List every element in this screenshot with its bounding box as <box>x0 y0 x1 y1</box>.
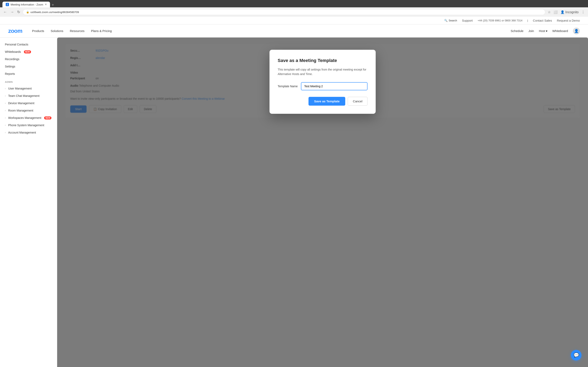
cancel-button[interactable]: Cancel <box>348 97 367 106</box>
chevron-right-icon: › <box>5 87 6 90</box>
host-link[interactable]: Host <box>539 29 545 33</box>
toolbar-icons: ☆ ⬜ 👤 Incognito ⋮ <box>547 9 586 15</box>
page-layout: Personal Contacts Whiteboards NEW Record… <box>0 38 588 367</box>
resources-link[interactable]: Resources <box>70 29 85 33</box>
sidebar-item-device-management[interactable]: › Device Management <box>0 100 57 107</box>
sidebar-item-team-chat[interactable]: › Team Chat Management <box>0 92 57 100</box>
new-badge: NEW <box>44 117 51 119</box>
lock-icon: 🔒 <box>26 11 29 13</box>
address-bar[interactable]: 🔒 us06web.zoom.us/meeting/86384580709 <box>23 9 545 15</box>
search-button[interactable]: 🔍 Search <box>444 19 457 22</box>
schedule-link[interactable]: Schedule <box>511 29 523 33</box>
chevron-right-icon: › <box>5 94 6 97</box>
chevron-right-icon: › <box>5 131 6 134</box>
sidebar-item-whiteboards[interactable]: Whiteboards NEW <box>0 48 57 55</box>
separator: | <box>527 19 528 22</box>
nav-right: Schedule Join Host ▾ Whiteboard 👤 <box>511 27 580 34</box>
chat-icon: 💬 <box>573 352 579 358</box>
sidebar-item-workspaces[interactable]: › Workspaces Management NEW <box>0 114 57 122</box>
main-content: Secu… 93ZGPOu Regis… alendar Add t… Vide… <box>57 38 588 367</box>
sidebar-item-reports[interactable]: Reports <box>0 70 57 77</box>
profile-button[interactable]: 👤 Incognito <box>560 9 579 15</box>
whiteboard-link[interactable]: Whiteboard <box>552 29 568 33</box>
sidebar-item-account-management[interactable]: › Account Management <box>0 129 57 136</box>
sidebar-item-label: Workspaces Management <box>8 116 41 119</box>
request-demo-link[interactable]: Request a Demo <box>557 19 580 22</box>
main-nav: zoom Products Solutions Resources Plans … <box>0 25 588 38</box>
sidebar-item-recordings[interactable]: Recordings <box>0 55 57 63</box>
more-button[interactable]: ⋮ <box>581 9 586 15</box>
search-icon: 🔍 <box>444 19 448 22</box>
sidebar-item-label: Phone System Management <box>8 124 44 127</box>
new-badge: NEW <box>24 50 31 53</box>
browser-tabs: Z Meeting Information - Zoom × + <box>2 2 586 7</box>
plans-pricing-link[interactable]: Plans & Pricing <box>91 29 112 33</box>
template-name-input[interactable] <box>301 82 367 90</box>
contact-sales-link[interactable]: Contact Sales <box>533 19 552 22</box>
sidebar-item-label: Settings <box>5 65 15 68</box>
sidebar-item-label: Reports <box>5 72 15 75</box>
template-name-label: Template Name <box>278 85 298 88</box>
forward-button[interactable]: → <box>9 9 15 15</box>
sidebar: Personal Contacts Whiteboards NEW Record… <box>0 38 57 367</box>
sidebar-item-label: Device Management <box>8 101 34 105</box>
refresh-button[interactable]: ↻ <box>16 9 21 15</box>
back-button[interactable]: ← <box>2 9 8 15</box>
save-template-button[interactable]: Save as Template <box>309 97 346 106</box>
sidebar-item-room-management[interactable]: › Room Management <box>0 107 57 114</box>
modal-overlay: Save as a Meeting Template This template… <box>57 38 588 367</box>
browser-toolbar: ← → ↻ 🔒 us06web.zoom.us/meeting/86384580… <box>0 7 588 17</box>
chevron-right-icon: › <box>5 102 6 105</box>
admin-section-label: ADMIN <box>0 77 57 85</box>
sidebar-item-label: Room Management <box>8 109 33 112</box>
zoom-logo[interactable]: zoom <box>8 28 22 34</box>
active-tab[interactable]: Z Meeting Information - Zoom × <box>2 2 50 7</box>
chevron-right-icon: › <box>5 109 6 112</box>
url-text: us06web.zoom.us/meeting/86384580709 <box>30 11 79 14</box>
chevron-right-icon: › <box>5 117 6 119</box>
extension-button[interactable]: ⬜ <box>553 9 558 15</box>
sidebar-item-label: User Management <box>8 87 32 90</box>
sidebar-item-label: Whiteboards <box>5 50 21 53</box>
browser-chrome: Z Meeting Information - Zoom × + <box>0 0 588 7</box>
new-tab-button[interactable]: + <box>50 3 56 7</box>
sidebar-item-settings[interactable]: Settings <box>0 63 57 70</box>
top-bar: 🔍 Search Support +44 (20) 7039 8961 or 0… <box>0 17 588 25</box>
avatar[interactable]: 👤 <box>573 27 580 34</box>
sidebar-item-label: Account Management <box>8 131 36 134</box>
host-chevron-icon: ▾ <box>546 29 547 33</box>
bookmark-button[interactable]: ☆ <box>547 9 552 15</box>
sidebar-item-user-management[interactable]: › User Management <box>0 85 57 92</box>
host-menu[interactable]: Host ▾ <box>539 29 547 33</box>
sidebar-item-phone-system[interactable]: › Phone System Management <box>0 122 57 129</box>
chat-button[interactable]: 💬 <box>571 350 581 360</box>
join-link[interactable]: Join <box>528 29 534 33</box>
products-link[interactable]: Products <box>32 29 44 33</box>
avatar-icon: 👤 <box>574 29 579 33</box>
phone-number: +44 (20) 7039 8961 or 0800 368 7314 <box>477 19 522 22</box>
tab-close-button[interactable]: × <box>45 3 47 6</box>
solutions-link[interactable]: Solutions <box>51 29 63 33</box>
search-label: Search <box>449 19 457 22</box>
tab-favicon: Z <box>6 3 9 6</box>
sidebar-item-personal-contacts[interactable]: Personal Contacts <box>0 41 57 48</box>
modal-actions: Save as Template Cancel <box>278 97 367 106</box>
save-template-modal: Save as a Meeting Template This template… <box>269 50 376 114</box>
sidebar-item-label: Team Chat Management <box>8 94 39 98</box>
modal-description: This template will copy all settings fro… <box>278 67 367 76</box>
modal-title: Save as a Meeting Template <box>278 58 367 63</box>
sidebar-item-label: Personal Contacts <box>5 43 28 46</box>
support-link[interactable]: Support <box>462 19 473 22</box>
tab-title: Meeting Information - Zoom <box>11 3 43 6</box>
sidebar-item-label: Recordings <box>5 58 19 61</box>
template-name-group: Template Name <box>278 82 367 90</box>
chevron-right-icon: › <box>5 124 6 127</box>
